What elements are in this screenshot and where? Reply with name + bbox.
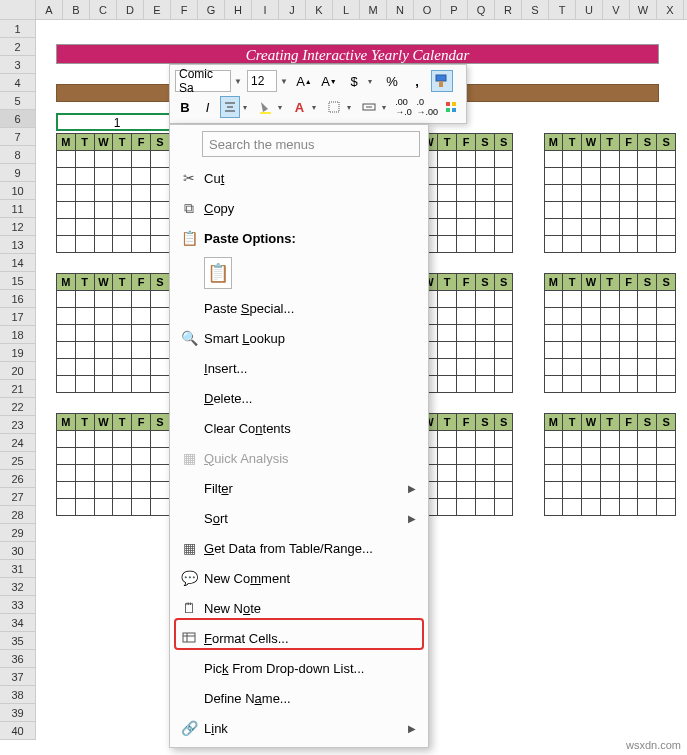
col-header-P[interactable]: P: [441, 0, 468, 19]
calendar-cell[interactable]: [544, 307, 564, 325]
calendar-cell[interactable]: [475, 447, 495, 465]
calendar-cell[interactable]: [637, 307, 657, 325]
calendar-cell[interactable]: [56, 358, 76, 376]
calendar-cell[interactable]: [494, 218, 514, 236]
calendar-cell[interactable]: [456, 167, 476, 185]
calendar-cell[interactable]: [581, 184, 601, 202]
row-header-20[interactable]: 20: [0, 362, 36, 380]
calendar-cell[interactable]: [619, 498, 639, 516]
calendar-cell[interactable]: [112, 167, 132, 185]
menu-insert[interactable]: Insert...: [170, 353, 428, 383]
menu-define-name[interactable]: Define Name...: [170, 683, 428, 713]
worksheet[interactable]: Creating Interactive Yearly Calendar MTW…: [36, 20, 687, 740]
row-header-34[interactable]: 34: [0, 614, 36, 632]
calendar-cell[interactable]: [581, 150, 601, 168]
font-size-selector[interactable]: 12: [247, 70, 277, 92]
calendar-cell[interactable]: [150, 481, 170, 499]
calendar-cell[interactable]: [581, 307, 601, 325]
calendar-cell[interactable]: [581, 481, 601, 499]
calendar-cell[interactable]: [544, 464, 564, 482]
calendar-cell[interactable]: [56, 167, 76, 185]
row-header-31[interactable]: 31: [0, 560, 36, 578]
align-center-icon[interactable]: [220, 96, 240, 118]
calendar-cell[interactable]: [150, 358, 170, 376]
calendar-cell[interactable]: [637, 201, 657, 219]
calendar-cell[interactable]: [475, 184, 495, 202]
calendar-cell[interactable]: [544, 235, 564, 253]
calendar-cell[interactable]: [437, 341, 457, 359]
col-header-L[interactable]: L: [333, 0, 360, 19]
calendar-cell[interactable]: [437, 324, 457, 342]
calendar-cell[interactable]: [600, 464, 620, 482]
calendar-cell[interactable]: [619, 358, 639, 376]
calendar-cell[interactable]: [94, 481, 114, 499]
decrease-decimal-icon[interactable]: .0→.00: [416, 96, 438, 118]
calendar-cell[interactable]: [637, 464, 657, 482]
calendar-cell[interactable]: [56, 341, 76, 359]
row-header-1[interactable]: 1: [0, 20, 36, 38]
col-header-G[interactable]: G: [198, 0, 225, 19]
col-header-J[interactable]: J: [279, 0, 306, 19]
row-header-28[interactable]: 28: [0, 506, 36, 524]
calendar-cell[interactable]: [75, 464, 95, 482]
calendar-cell[interactable]: [475, 218, 495, 236]
calendar-cell[interactable]: [131, 307, 151, 325]
calendar-cell[interactable]: [562, 324, 582, 342]
row-header-22[interactable]: 22: [0, 398, 36, 416]
calendar-cell[interactable]: [56, 150, 76, 168]
merge-center-icon[interactable]: [359, 96, 379, 118]
calendar-cell[interactable]: [581, 358, 601, 376]
col-header-B[interactable]: B: [63, 0, 90, 19]
calendar-cell[interactable]: [456, 184, 476, 202]
menu-copy[interactable]: ⧉ Copy: [170, 193, 428, 223]
calendar-cell[interactable]: [619, 464, 639, 482]
calendar-cell[interactable]: [544, 481, 564, 499]
menu-format-cells[interactable]: Format Cells...: [170, 623, 428, 653]
calendar-cell[interactable]: [494, 341, 514, 359]
calendar-cell[interactable]: [150, 201, 170, 219]
col-header-D[interactable]: D: [117, 0, 144, 19]
calendar-cell[interactable]: [475, 498, 495, 516]
increase-font-icon[interactable]: A▲: [293, 70, 315, 92]
row-header-15[interactable]: 15: [0, 272, 36, 290]
calendar-cell[interactable]: [581, 464, 601, 482]
calendar-cell[interactable]: [656, 290, 676, 308]
calendar-cell[interactable]: [56, 375, 76, 393]
calendar-cell[interactable]: [56, 307, 76, 325]
calendar-cell[interactable]: [112, 464, 132, 482]
calendar-cell[interactable]: [544, 218, 564, 236]
menu-cut[interactable]: ✂ Cut: [170, 163, 428, 193]
calendar-cell[interactable]: [150, 430, 170, 448]
calendar-cell[interactable]: [75, 290, 95, 308]
col-header-N[interactable]: N: [387, 0, 414, 19]
calendar-cell[interactable]: [437, 235, 457, 253]
calendar-cell[interactable]: [112, 235, 132, 253]
row-header-10[interactable]: 10: [0, 182, 36, 200]
row-header-3[interactable]: 3: [0, 56, 36, 74]
calendar-cell[interactable]: [475, 430, 495, 448]
calendar-cell[interactable]: [131, 498, 151, 516]
calendar-cell[interactable]: [600, 290, 620, 308]
calendar-cell[interactable]: [562, 167, 582, 185]
calendar-cell[interactable]: [562, 150, 582, 168]
row-header-16[interactable]: 16: [0, 290, 36, 308]
calendar-cell[interactable]: [637, 375, 657, 393]
calendar-cell[interactable]: [637, 150, 657, 168]
calendar-cell[interactable]: [94, 201, 114, 219]
calendar-cell[interactable]: [75, 358, 95, 376]
calendar-cell[interactable]: [619, 481, 639, 499]
calendar-cell[interactable]: [619, 150, 639, 168]
row-header-9[interactable]: 9: [0, 164, 36, 182]
calendar-cell[interactable]: [544, 498, 564, 516]
calendar-cell[interactable]: [581, 447, 601, 465]
calendar-cell[interactable]: [475, 358, 495, 376]
calendar-cell[interactable]: [150, 184, 170, 202]
calendar-cell[interactable]: [437, 184, 457, 202]
calendar-cell[interactable]: [581, 167, 601, 185]
calendar-cell[interactable]: [131, 481, 151, 499]
calendar-cell[interactable]: [56, 218, 76, 236]
calendar-cell[interactable]: [150, 218, 170, 236]
calendar-cell[interactable]: [56, 481, 76, 499]
calendar-cell[interactable]: [456, 150, 476, 168]
row-header-24[interactable]: 24: [0, 434, 36, 452]
